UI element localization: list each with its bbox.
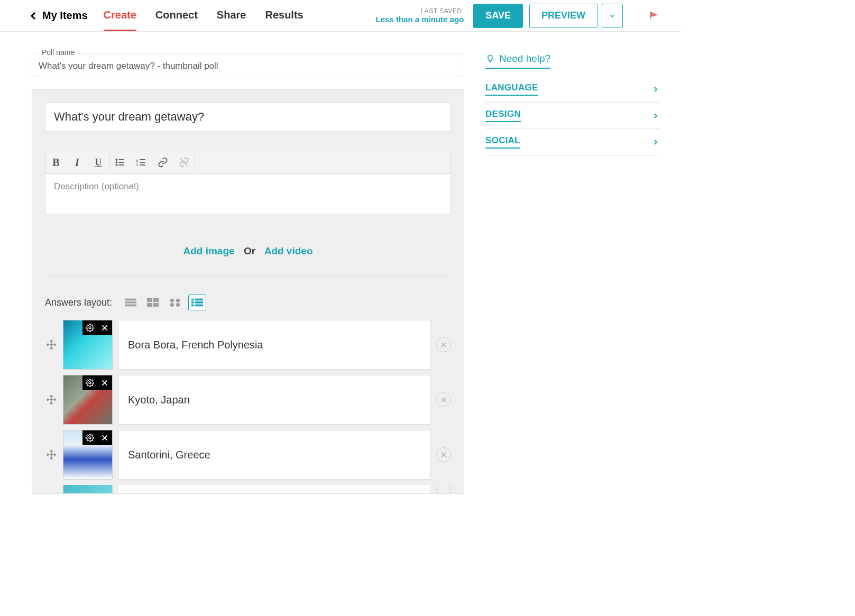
last-saved: LAST SAVED: Less than a minute ago [376,7,464,24]
layout-option-thumbnail-list[interactable] [188,295,206,310]
side-item-label: LANGUAGE [485,82,538,96]
poll-name-legend: Poll name [39,48,78,57]
thumbnail-settings-button[interactable] [82,430,97,445]
tab-share[interactable]: Share [217,0,246,31]
add-image-link[interactable]: Add image [183,245,234,256]
gear-icon [86,324,94,332]
thumbnail-remove-button[interactable] [97,320,112,335]
answers-layout-label: Answers layout: [45,297,112,308]
side-item-label: SOCIAL [485,135,520,149]
svg-rect-29 [195,305,203,307]
layout-option-circles[interactable] [166,295,184,310]
tab-create[interactable]: Create [104,0,136,31]
answer-thumbnail[interactable] [63,485,113,493]
remove-answer-button[interactable] [436,485,451,493]
answers-list [45,320,451,493]
svg-rect-19 [153,303,159,307]
svg-point-2 [116,162,117,163]
ordered-list-button[interactable]: 123 [131,151,152,173]
drag-handle[interactable] [45,449,58,460]
my-items-label: My Items [42,10,88,22]
answer-thumbnail[interactable] [63,320,113,370]
need-help-link[interactable]: Need help? [485,53,550,69]
svg-rect-18 [147,303,152,307]
close-icon [101,379,108,387]
last-saved-label: LAST SAVED: [376,7,464,15]
chevron-down-icon [609,12,616,20]
save-button[interactable]: SAVE [473,4,523,28]
svg-point-23 [176,303,180,307]
svg-point-35 [89,382,91,384]
svg-rect-13 [125,299,136,301]
svg-point-40 [89,437,91,439]
chevron-right-icon [651,85,660,94]
svg-point-21 [176,299,180,302]
svg-text:3: 3 [136,163,138,167]
close-icon [440,342,447,348]
top-bar: My Items Create Connect Share Results LA… [0,0,681,32]
remove-answer-button[interactable] [436,337,451,352]
svg-rect-25 [195,299,203,301]
poll-title-input[interactable] [45,102,451,132]
chevron-right-icon [651,138,660,146]
svg-point-4 [116,164,117,166]
svg-point-22 [170,303,174,307]
layout-option-grid[interactable] [144,295,162,310]
preview-dropdown-button[interactable] [602,4,623,28]
svg-point-30 [89,327,91,329]
remove-answer-button[interactable] [436,392,451,407]
answer-text-input[interactable] [118,430,431,480]
link-button[interactable] [152,151,173,173]
last-saved-time[interactable]: Less than a minute ago [376,15,464,24]
close-icon [101,434,108,442]
brand-icon [648,10,660,22]
add-media-row: Add image Or Add video [45,242,451,261]
tab-results[interactable]: Results [265,0,303,31]
thumbnail-settings-button[interactable] [82,375,97,390]
drag-handle[interactable] [45,394,58,405]
svg-point-0 [116,159,117,160]
answer-text-input[interactable] [118,320,431,370]
italic-button[interactable]: I [67,151,88,173]
layout-option-list[interactable] [122,295,140,310]
thumbnail-settings-button[interactable] [82,320,97,335]
svg-rect-14 [125,301,136,304]
poll-name-input[interactable] [32,53,464,77]
description-input[interactable]: Description (optional) [45,174,451,214]
lightbulb-icon [485,54,495,63]
svg-rect-24 [191,299,194,301]
side-item-social[interactable]: SOCIAL [485,129,660,155]
gear-icon [86,379,94,387]
need-help-label: Need help? [499,53,550,65]
svg-rect-16 [147,298,152,302]
close-icon [101,324,108,332]
svg-rect-26 [191,301,194,304]
add-video-link[interactable]: Add video [264,245,313,256]
answer-row [45,430,451,480]
bullet-list-button[interactable] [109,151,131,173]
tab-connect[interactable]: Connect [155,0,198,31]
chevron-right-icon [651,112,660,120]
my-items-link[interactable]: My Items [32,10,88,22]
drag-handle[interactable] [45,339,58,350]
answer-text-input[interactable] [118,375,431,425]
answer-row [45,320,451,370]
thumbnail-remove-button[interactable] [97,375,112,390]
bold-button[interactable]: B [45,151,67,173]
preview-button[interactable]: PREVIEW [529,4,597,28]
side-item-language[interactable]: LANGUAGE [485,76,660,103]
close-icon [440,397,447,403]
side-item-design[interactable]: DESIGN [485,103,660,129]
svg-rect-28 [191,305,194,307]
thumbnail-remove-button[interactable] [97,430,112,445]
svg-rect-17 [153,298,159,302]
answer-text-input[interactable] [118,485,431,493]
chevron-left-icon [31,12,38,19]
answer-thumbnail[interactable] [63,430,113,480]
side-item-label: DESIGN [485,109,521,122]
answer-thumbnail[interactable] [63,375,113,425]
underline-button[interactable]: U [88,151,109,173]
remove-answer-button[interactable] [436,447,451,462]
poll-name-field: Poll name [32,53,464,77]
svg-point-20 [170,299,174,302]
